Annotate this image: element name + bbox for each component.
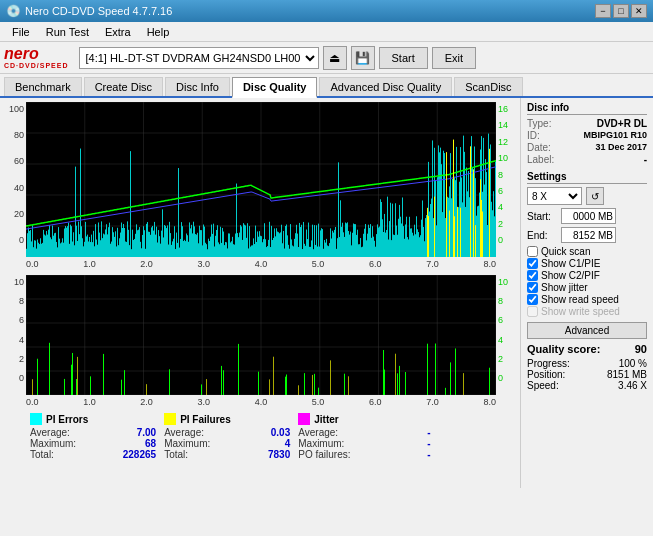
menu-run-test[interactable]: Run Test (38, 24, 97, 40)
x-axis-top: 0.01.02.03.04.05.06.07.08.0 (26, 259, 496, 269)
jitter-checkbox[interactable] (527, 282, 538, 293)
refresh-icon-button[interactable]: ↺ (586, 187, 604, 205)
tab-create-disc[interactable]: Create Disc (84, 77, 163, 96)
pi-errors-group: PI Errors Average: 7.00 Maximum: 68 Tota… (30, 413, 156, 460)
jitter-average: - (371, 427, 431, 438)
close-button[interactable]: ✕ (631, 4, 647, 18)
speed-label: Speed: (527, 380, 559, 391)
read-speed-label[interactable]: Show read speed (541, 294, 619, 305)
y-axis-left-bottom: 1086420 (4, 275, 26, 395)
pi-errors-total-row: Total: 228265 (30, 449, 156, 460)
speed-row: 8 X ↺ (527, 187, 647, 205)
titlebar: 💿 Nero CD-DVD Speed 4.7.7.16 − □ ✕ (0, 0, 653, 22)
progress-row: Progress: 100 % (527, 358, 647, 369)
tab-disc-quality[interactable]: Disc Quality (232, 77, 318, 98)
disc-type-value: DVD+R DL (597, 118, 647, 129)
tab-scandisc[interactable]: ScanDisc (454, 77, 522, 96)
po-failures-row: PO failures: - (298, 449, 430, 460)
x-axis-bottom: 0.01.02.03.04.05.06.07.08.0 (26, 397, 496, 407)
pi-errors-total: 228265 (96, 449, 156, 460)
end-row: End: (527, 227, 647, 243)
maximize-button[interactable]: □ (613, 4, 629, 18)
end-input[interactable] (561, 227, 616, 243)
write-speed-checkbox[interactable] (527, 306, 538, 317)
exit-button[interactable]: Exit (432, 47, 476, 69)
tab-advanced-disc-quality[interactable]: Advanced Disc Quality (319, 77, 452, 96)
tab-benchmark[interactable]: Benchmark (4, 77, 82, 96)
menu-help[interactable]: Help (139, 24, 178, 40)
c2-pif-checkbox[interactable] (527, 270, 538, 281)
pi-failures-label: PI Failures (180, 414, 231, 425)
drive-selector[interactable]: [4:1] HL-DT-ST DVDRAM GH24NSD0 LH00 (79, 47, 319, 69)
start-button[interactable]: Start (379, 47, 428, 69)
disc-label-row: Label: - (527, 154, 647, 165)
pi-errors-average-row: Average: 7.00 (30, 427, 156, 438)
menubar: File Run Test Extra Help (0, 22, 653, 42)
pi-failures-color (164, 413, 176, 425)
pi-failures-header: PI Failures (164, 413, 290, 425)
start-label: Start: (527, 211, 557, 222)
c1-pie-label[interactable]: Show C1/PIE (541, 258, 600, 269)
write-speed-label[interactable]: Show write speed (541, 306, 620, 317)
c1-pie-row: Show C1/PIE (527, 258, 647, 269)
logo-nero: nero (4, 46, 39, 62)
tab-disc-info[interactable]: Disc Info (165, 77, 230, 96)
pi-failures-max-row: Maximum: 4 (164, 438, 290, 449)
disc-date-label: Date: (527, 142, 551, 153)
disc-type-row: Type: DVD+R DL (527, 118, 647, 129)
jitter-maximum: - (371, 438, 431, 449)
po-failures-value: - (371, 449, 431, 460)
start-row: Start: (527, 208, 647, 224)
menu-extra[interactable]: Extra (97, 24, 139, 40)
quick-scan-checkbox[interactable] (527, 246, 538, 257)
pi-errors-color (30, 413, 42, 425)
read-speed-checkbox[interactable] (527, 294, 538, 305)
toolbar: nero CD·DVD/SPEED [4:1] HL-DT-ST DVDRAM … (0, 42, 653, 74)
pi-errors-label: PI Errors (46, 414, 88, 425)
jitter-checkbox-label[interactable]: Show jitter (541, 282, 588, 293)
tabbar: Benchmark Create Disc Disc Info Disc Qua… (0, 74, 653, 98)
read-speed-row: Show read speed (527, 294, 647, 305)
save-icon-button[interactable]: 💾 (351, 46, 375, 70)
speed-selector[interactable]: 8 X (527, 187, 582, 205)
speed-value: 3.46 X (618, 380, 647, 391)
disc-id-value: MBIPG101 R10 (583, 130, 647, 141)
quick-scan-label[interactable]: Quick scan (541, 246, 590, 257)
y-axis-left-top: 100806040200 (4, 102, 26, 257)
app-title: Nero CD-DVD Speed 4.7.7.16 (25, 5, 172, 17)
menu-file[interactable]: File (4, 24, 38, 40)
jitter-label: Jitter (314, 414, 338, 425)
settings-title: Settings (527, 171, 647, 184)
write-speed-row: Show write speed (527, 306, 647, 317)
c2-pif-label[interactable]: Show C2/PIF (541, 270, 600, 281)
disc-id-label: ID: (527, 130, 540, 141)
minimize-button[interactable]: − (595, 4, 611, 18)
pi-failures-average: 0.03 (230, 427, 290, 438)
jitter-color (298, 413, 310, 425)
eject-icon-button[interactable]: ⏏ (323, 46, 347, 70)
y-axis-right-bottom: 1086420 (496, 275, 516, 395)
advanced-button[interactable]: Advanced (527, 322, 647, 339)
progress-rows: Progress: 100 % Position: 8151 MB Speed:… (527, 358, 647, 391)
po-failures-label: PO failures: (298, 449, 350, 460)
disc-label-value: - (644, 154, 647, 165)
position-row: Position: 8151 MB (527, 369, 647, 380)
pi-errors-maximum: 68 (96, 438, 156, 449)
quality-score-value: 90 (635, 343, 647, 355)
disc-id-row: ID: MBIPG101 R10 (527, 130, 647, 141)
top-chart-wrapper (26, 102, 496, 257)
pi-failures-maximum: 4 (230, 438, 290, 449)
position-label: Position: (527, 369, 565, 380)
pi-failures-average-row: Average: 0.03 (164, 427, 290, 438)
c1-pie-checkbox[interactable] (527, 258, 538, 269)
bottom-chart-wrapper (26, 275, 496, 395)
y-axis-right-top: 1614121086420 (496, 102, 516, 257)
quality-score-label: Quality score: (527, 343, 600, 355)
logo-cd-dvd-speed: CD·DVD/SPEED (4, 62, 69, 69)
quality-score-row: Quality score: 90 (527, 343, 647, 355)
pi-failures-total: 7830 (230, 449, 290, 460)
disc-date-value: 31 Dec 2017 (595, 142, 647, 153)
start-input[interactable] (561, 208, 616, 224)
end-label: End: (527, 230, 557, 241)
disc-type-label: Type: (527, 118, 551, 129)
